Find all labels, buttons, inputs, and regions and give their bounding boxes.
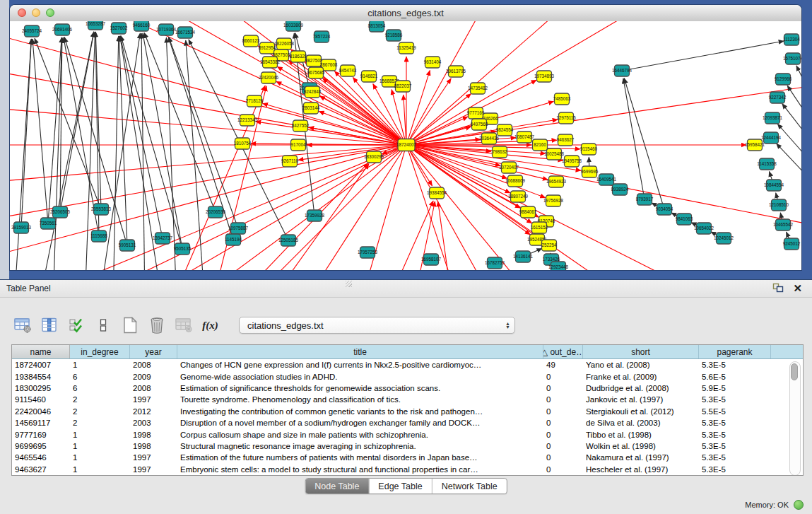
column-header-short[interactable]: short [583, 345, 699, 358]
graph-node[interactable]: 25206505 [50, 206, 71, 218]
graph-node[interactable]: 8822037 [394, 81, 412, 92]
table-row[interactable]: 946554611997Estimation of the future num… [12, 452, 803, 463]
graph-node[interactable]: 8813054 [368, 21, 386, 32]
graph-node[interactable]: 11325419 [396, 42, 416, 54]
graph-node[interactable]: 7485063 [553, 93, 571, 105]
graph-node[interactable]: 24055724 [22, 25, 42, 37]
graph-node[interactable]: 16782753 [485, 257, 505, 269]
graph-node[interactable]: 1527602 [110, 23, 128, 34]
graph-node[interactable]: 17957253 [358, 247, 378, 258]
graph-node[interactable]: 10465542 [773, 219, 794, 230]
graph-node[interactable]: 16446794 [612, 65, 632, 76]
graph-node[interactable]: 1115688 [90, 230, 107, 242]
graph-node[interactable]: 16543382 [260, 57, 281, 68]
memory-status-indicator[interactable] [794, 500, 804, 510]
graph-node[interactable]: 8938924 [611, 184, 629, 195]
table-row[interactable]: 2242004622012Investigating the contribut… [12, 406, 803, 417]
table-row[interactable]: 946362711997Embryonic stem cells: a mode… [12, 464, 803, 475]
graph-node[interactable]: 9777169 [467, 107, 485, 119]
graph-node[interactable]: 2803144 [302, 103, 320, 114]
graph-node[interactable]: 18724007 [396, 139, 417, 151]
graph-node[interactable]: 14735482 [468, 83, 488, 94]
graph-node[interactable]: 22420046 [259, 72, 279, 83]
graph-node[interactable]: 7857224 [313, 31, 331, 42]
graph-node[interactable]: 16671534 [175, 27, 196, 38]
graph-node[interactable]: 1810754 [234, 138, 252, 149]
close-panel-icon[interactable]: ✕ [793, 281, 802, 296]
graph-node[interactable]: 39159013 [11, 222, 32, 233]
graph-node[interactable]: 252254 [541, 240, 557, 251]
graph-node[interactable]: 19384554 [427, 187, 447, 199]
close-window-icon[interactable] [18, 8, 26, 17]
graph-node[interactable]: 20206536 [206, 206, 226, 218]
graph-node[interactable]: 2718126 [246, 95, 264, 107]
table-row[interactable]: 1938455462009Genome-wide association stu… [12, 370, 803, 382]
graph-node[interactable]: 1145194 [225, 234, 242, 245]
network-canvas[interactable]: 2405572420691406106532871527602946616010… [10, 21, 801, 270]
float-panel-icon[interactable] [772, 283, 784, 293]
graph-node[interactable]: 19613795 [446, 66, 466, 77]
column-header-pagerank[interactable]: pagerank [699, 345, 771, 358]
graph-node[interactable]: 9146821 [360, 71, 378, 82]
tab-network-table[interactable]: Network Table [433, 479, 507, 493]
graph-node[interactable]: 15958421 [745, 139, 765, 151]
graph-node[interactable]: 12213343 [237, 115, 258, 126]
graph-node[interactable]: 10688609 [505, 175, 526, 187]
graph-node[interactable]: 16033809 [283, 21, 304, 31]
graph-node[interactable]: 9245012 [783, 238, 801, 250]
graph-node[interactable]: 9115460 [580, 144, 598, 155]
graph-node[interactable]: 9675685 [307, 67, 325, 78]
graph-node[interactable]: 10719364 [156, 24, 177, 35]
row-height-icon[interactable] [93, 316, 112, 335]
graph-node[interactable]: 10807487 [514, 132, 535, 143]
graph-node[interactable]: 8454743 [339, 65, 357, 76]
graph-node[interactable]: 6497568 [471, 119, 488, 130]
table-row[interactable]: 977716911998Corpus callosum shape and si… [12, 428, 803, 440]
column-header-out_de[interactable]: △ out_de… [543, 345, 583, 358]
graph-node[interactable]: 9699695 [581, 166, 599, 177]
graph-node[interactable]: 8427552 [292, 120, 310, 132]
graph-node[interactable]: 11415358 [757, 158, 777, 170]
graph-node[interactable]: 9466160 [133, 21, 151, 31]
graph-node[interactable]: 13942737 [153, 233, 173, 244]
table-panel-titlebar[interactable]: Table Panel ✕ [0, 280, 812, 298]
graph-node[interactable]: 12108510 [769, 199, 789, 211]
graph-node[interactable]: 8793917 [636, 194, 654, 205]
tab-node-table[interactable]: Node Table [305, 479, 369, 493]
graph-node[interactable]: 82160 [533, 139, 548, 151]
graph-node[interactable]: 16958107 [421, 254, 442, 265]
minimize-window-icon[interactable] [32, 8, 40, 17]
graph-node[interactable]: 9463627 [557, 134, 575, 146]
graph-node[interactable]: 10844554 [764, 180, 784, 191]
graph-node[interactable]: 18807249 [508, 191, 529, 202]
graph-node[interactable]: 20364436 [479, 133, 500, 144]
graph-node[interactable]: 8660123 [242, 35, 260, 47]
column-header-name[interactable]: name [12, 345, 70, 358]
new-column-icon[interactable] [120, 316, 139, 335]
graph-node[interactable]: 7350561 [40, 218, 57, 229]
column-header-year[interactable]: year [130, 345, 177, 358]
graph-node[interactable]: 12923448 [548, 262, 569, 270]
graph-node[interactable]: 18300295 [364, 151, 384, 163]
graph-node[interactable]: 17359928 [305, 210, 325, 221]
panel-resize-grip[interactable] [346, 281, 352, 287]
graph-node[interactable]: 16409541 [596, 174, 617, 185]
graph-node[interactable]: 12975115 [556, 112, 576, 124]
graph-node[interactable]: 14136141 [513, 251, 534, 262]
function-builder-icon[interactable]: f(x) [201, 316, 220, 335]
graph-node[interactable]: 9034054 [656, 204, 673, 215]
graph-node[interactable]: 10654022 [694, 223, 714, 234]
graph-node[interactable]: 19495758 [562, 156, 582, 167]
graph-node[interactable]: 9227342 [769, 92, 787, 103]
graph-node[interactable]: 9824554 [496, 124, 514, 136]
graph-node[interactable]: 10720407 [499, 162, 519, 173]
graph-node[interactable]: 10975887 [228, 223, 249, 234]
column-header-title[interactable]: title [177, 345, 543, 358]
vertical-scrollbar[interactable] [789, 361, 801, 476]
graph-node[interactable]: 1615152 [531, 222, 548, 233]
tab-edge-table[interactable]: Edge Table [369, 479, 432, 493]
table-settings-icon[interactable] [13, 316, 32, 335]
table-row[interactable]: 1872400712008Changes of HCN gene express… [12, 359, 803, 370]
graph-node[interactable]: 798632 [492, 146, 507, 158]
graph-node[interactable]: 9631404 [424, 57, 442, 68]
